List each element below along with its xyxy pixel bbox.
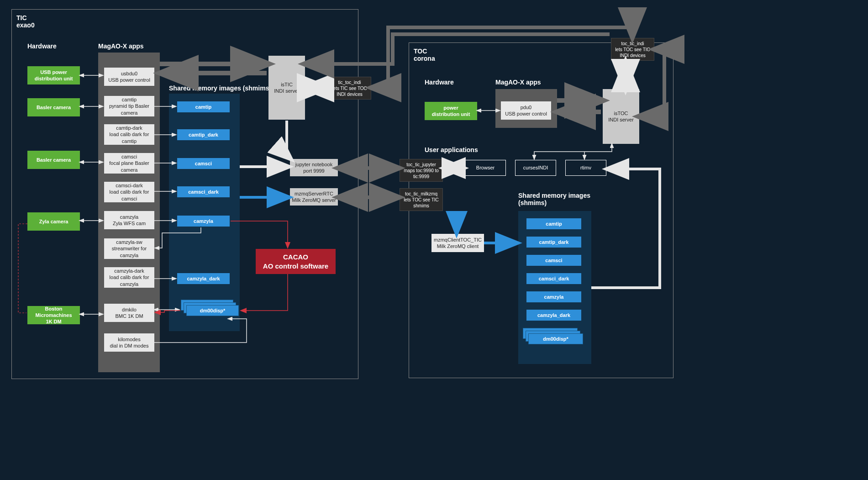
toc-hardware-title: Hardware [425,79,454,86]
tic-shmim-title: Shared memory images (shmims) [169,84,271,92]
tic-title2: exao0 [16,21,353,29]
toc-shmim-title: Shared memory images(shmims) [518,192,590,206]
toc-shmim-camzyla: camzyla [526,291,581,302]
toc-userapps-title: User applications [425,146,478,153]
app-camzyla-dark: camzyla-darkload calib dark forcamzyla [104,267,154,288]
app-camzyla: camzylaZyla WFS cam [104,211,154,229]
tic-apps-title: MagAO-X apps [98,42,144,50]
userapp-browser: Browser [465,160,506,176]
istic-server: isTICINDI server [268,56,305,120]
jupyter-notebook: jupyter notebookport 9999 [290,159,338,176]
app-camzyla-sw: camzyla-swstreamwriter forcamzyla [104,238,154,259]
hw-bmc: Boston Micromachines1K DM [27,306,80,324]
toc-shmim-camzyla-dark: camzyla_dark [526,310,581,321]
shmim-camzyla: camzyla [177,216,230,227]
mzmq-client: mzmqClientTOC_TICMilk ZeroMQ client [431,234,484,252]
toc-tic-indi-tunnel: toc_tic_indilets TOC see TICINDI devices [611,38,654,61]
hw-basler2: Basler camera [27,151,80,169]
app-kilomodes: kilomodesdial in DM modes [104,333,154,352]
tic-title1: TIC [16,14,353,21]
mzmq-server: mzmqServerRTCMilk ZeroMQ server [290,188,338,206]
toc-tic-jupyter-tunnel: toc_tic_jupytermaps toc:9990 totic:9999 [400,159,443,182]
app-camtip: camtippyramid tip Baslercamera [104,96,154,116]
toc-shmim-camtip: camtip [526,218,581,229]
app-camsci-dark: camsci-darkload calib dark forcamsci [104,182,154,202]
shmim-camsci: camsci [177,158,230,169]
toc-hw-pdu: powerdistribution unit [425,102,477,120]
app-dmkilo: dmkiloBMC 1K DM [104,304,154,322]
toc-app-pdu0: pdu0USB power control [501,101,551,120]
hw-zyla: Zyla camera [27,212,80,231]
cacao-box: CACAOAO control software [256,249,336,274]
hw-usb: USB powerdistribution unit [27,66,80,84]
hw-basler1: Basler camera [27,98,80,116]
istoc-server: isTOCINDI server [603,89,639,144]
shmim-camsci-dark: camsci_dark [177,186,230,197]
toc-apps-title: MagAO-X apps [495,79,541,86]
tic-toc-indi-tunnel: tic_toc_indilets TIC see TOCINDI devices [328,77,371,100]
toc-shmim-camsci: camsci [526,255,581,266]
shmim-camzyla-dark: camzyla_dark [177,273,230,284]
tic-hardware-title: Hardware [27,42,57,50]
app-camtip-dark: camtip-darkload calib dark forcamtip [104,124,154,145]
userapp-cursesindi: cursesINDI [515,160,556,176]
shmim-camtip-dark: camtip_dark [177,129,230,140]
toc-shmim-dm00disp: dm00disp* [528,333,583,344]
toc-shmim-camsci-dark: camsci_dark [526,273,581,284]
userapp-rtimv: rtimv [565,160,606,176]
app-camsci: camscifocal plane Baslercamera [104,153,154,174]
toc-shmim-camtip-dark: camtip_dark [526,237,581,248]
toc-tic-milkzmq-tunnel: toc_tic_milkzmqlets TOC see TICshmims [400,188,443,211]
shmim-dm00disp: dm00disp* [186,305,239,316]
shmim-camtip: camtip [177,101,230,112]
app-usbdu0: usbdu0USB power control [104,68,154,86]
